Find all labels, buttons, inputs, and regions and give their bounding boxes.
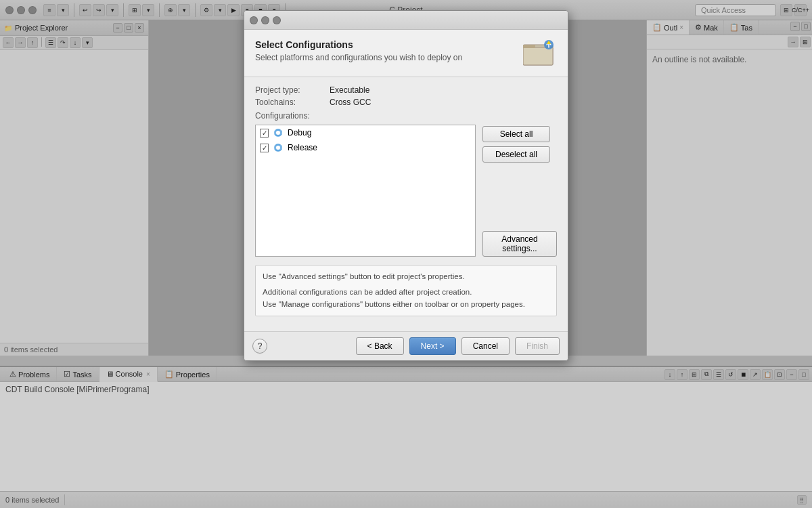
project-type-value: Executable <box>330 85 369 95</box>
config-debug-icon <box>273 127 284 138</box>
info-line-2: Additional configurations can be added a… <box>263 287 549 298</box>
help-button[interactable]: ? <box>252 339 267 354</box>
advanced-settings-button[interactable]: Advanced settings... <box>482 231 557 257</box>
info-line-1: Use "Advanced settings" button to edit p… <box>263 271 549 282</box>
cancel-button[interactable]: Cancel <box>461 337 510 355</box>
dialog-subtitle: Select platforms and configurations you … <box>255 53 515 62</box>
svg-point-8 <box>276 146 280 150</box>
next-button[interactable]: Next > <box>409 337 456 355</box>
dialog-header-text: Select Configurations Select platforms a… <box>255 39 515 62</box>
config-debug-name: Debug <box>288 128 311 137</box>
finish-button[interactable]: Finish <box>515 337 560 355</box>
dialog-window-controls <box>244 11 286 29</box>
dialog-close-button[interactable] <box>250 16 258 24</box>
toolchains-label: Toolchains: <box>255 98 330 107</box>
config-list: ✓ Debug ✓ <box>255 125 476 257</box>
select-all-button[interactable]: Select all <box>482 126 550 142</box>
svg-rect-2 <box>523 45 535 48</box>
info-line-3: Use "Manage configurations" buttons eith… <box>263 299 549 310</box>
configurations-label: Configurations: <box>255 111 557 121</box>
project-type-row: Project type: Executable <box>255 85 557 95</box>
svg-point-6 <box>276 131 280 135</box>
dialog-body: Project type: Executable Toolchains: Cro… <box>244 77 568 331</box>
dialog-header-icon <box>523 39 557 70</box>
config-release-name: Release <box>288 143 317 152</box>
config-item-release[interactable]: ✓ Release <box>256 140 475 155</box>
config-debug-checkbox[interactable]: ✓ <box>260 129 269 137</box>
dialog-minimize-button[interactable] <box>261 16 269 24</box>
dialog-title: Select Configurations <box>255 39 515 50</box>
config-buttons-spacer <box>482 167 557 227</box>
dialog-overlay: Select Configurations Select platforms a… <box>0 0 812 508</box>
deselect-all-button[interactable]: Deselect all <box>482 146 550 163</box>
toolchains-row: Toolchains: Cross GCC <box>255 98 557 107</box>
select-configurations-dialog: Select Configurations Select platforms a… <box>244 10 568 361</box>
config-buttons-panel: Select all Deselect all Advanced setting… <box>482 125 557 257</box>
config-release-checkbox[interactable]: ✓ <box>260 144 269 152</box>
dialog-header: Select Configurations Select platforms a… <box>244 30 568 77</box>
info-box: Use "Advanced settings" button to edit p… <box>255 265 557 316</box>
dialog-footer: ? < Back Next > Cancel Finish <box>244 331 568 360</box>
back-button[interactable]: < Back <box>356 337 404 355</box>
toolchains-value: Cross GCC <box>330 98 371 107</box>
config-release-icon <box>273 142 284 153</box>
dialog-title-bar <box>244 11 568 30</box>
project-type-label: Project type: <box>255 85 330 95</box>
dialog-maximize-button[interactable] <box>273 16 281 24</box>
config-area: ✓ Debug ✓ <box>255 125 557 257</box>
help-icon: ? <box>258 341 263 351</box>
svg-rect-1 <box>523 47 553 65</box>
folder-svg <box>523 39 556 66</box>
config-item-debug[interactable]: ✓ Debug <box>256 125 475 140</box>
